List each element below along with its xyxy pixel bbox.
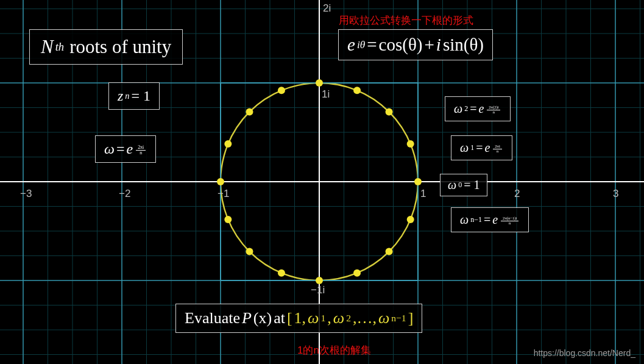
- diagram-stage: { "title_box": { "N": "N", "th": "th", "…: [0, 0, 644, 364]
- wn1-eq: =: [484, 213, 490, 227]
- eval-c2: ,…,: [353, 309, 377, 327]
- formula-omega-1: ω 1 = e 2πi n: [451, 135, 512, 160]
- omega-eq: =: [116, 141, 125, 157]
- w2-exp: 2π(2)i n: [486, 103, 501, 115]
- xtick-n3: −3: [20, 188, 32, 200]
- xtick-n1: −1: [218, 188, 229, 200]
- w0-w: ω: [448, 178, 456, 192]
- wn1-den: n: [507, 221, 512, 226]
- w2-eq: =: [470, 102, 476, 116]
- omega-den: n: [138, 151, 144, 155]
- euler-plus: +: [424, 35, 434, 55]
- svg-point-61: [316, 79, 323, 87]
- formula-omega-0: ω 0 = 1: [440, 174, 487, 196]
- svg-point-57: [414, 178, 422, 185]
- eval-lb: [: [287, 309, 292, 327]
- eval-w2: ω: [333, 309, 344, 327]
- title-th: th: [55, 40, 64, 54]
- ytick-1i: 1i: [322, 88, 330, 101]
- formula-omega-2: ω 2 = e 2π(2)i n: [445, 96, 511, 121]
- xtick-n2: −2: [119, 188, 130, 200]
- w1-den: n: [495, 149, 500, 154]
- xtick-1: 1: [420, 188, 426, 200]
- wn1-e: e: [492, 213, 498, 227]
- euler-exp: iθ: [357, 38, 365, 51]
- euler-e: e: [347, 35, 355, 55]
- eval-wn: ω: [378, 309, 389, 327]
- svg-point-59: [386, 108, 393, 115]
- eval-1: 1,: [294, 309, 306, 327]
- svg-point-67: [246, 248, 253, 255]
- svg-point-68: [278, 269, 285, 277]
- wn1-p: n−1: [470, 215, 482, 224]
- ytick-n1i: −1i: [311, 284, 325, 296]
- w1-w: ω: [460, 141, 469, 155]
- zn-eq: = 1: [132, 88, 151, 104]
- omega-exp: 2πi n: [135, 143, 147, 156]
- svg-point-72: [407, 216, 414, 223]
- zn-n: n: [125, 91, 129, 101]
- w2-p: 2: [464, 104, 468, 113]
- svg-point-71: [386, 248, 393, 255]
- ytick-2i: 2i: [323, 2, 331, 15]
- w1-e: e: [484, 141, 490, 155]
- eval-pre: Evaluate: [185, 309, 240, 327]
- euler-eq: =: [367, 35, 377, 55]
- w2-w: ω: [454, 102, 462, 116]
- svg-point-70: [353, 269, 361, 277]
- formula-zn-eq-1: z n = 1: [108, 82, 160, 110]
- svg-point-63: [246, 108, 253, 115]
- omega-e: e: [127, 141, 133, 157]
- w1-exp: 2πi n: [492, 142, 503, 154]
- formula-omega-n-1: ω n−1 = e 2π(n−1)i n: [451, 207, 529, 232]
- svg-point-62: [278, 87, 285, 94]
- omega-w: ω: [104, 141, 115, 157]
- eval-c1: ,: [327, 309, 331, 327]
- w0-p: 0: [458, 180, 462, 190]
- wn1-w: ω: [460, 213, 469, 227]
- formula-evaluate-polynomial: Evaluate P (x) at [ 1, ω 1 , ω 2 ,…, ω n…: [175, 304, 422, 333]
- wn1-exp: 2π(n−1)i n: [500, 214, 520, 226]
- eval-rb: ]: [408, 309, 414, 327]
- eval-at: at: [274, 309, 285, 327]
- title-N: N: [41, 36, 54, 58]
- eval-p2: 2: [346, 313, 351, 324]
- title-text: roots of unity: [69, 36, 171, 58]
- euler-sin: sin(θ): [443, 35, 484, 55]
- w2-den: n: [491, 110, 497, 115]
- title-roots-of-unity: N th roots of unity: [29, 29, 183, 65]
- w2-e: e: [478, 102, 484, 116]
- zn-z: z: [118, 88, 123, 104]
- watermark: https://blog.csdn.net/Nerd_: [534, 348, 635, 358]
- formula-omega-def: ω = e 2πi n: [95, 135, 156, 163]
- eval-p1: 1: [320, 313, 325, 324]
- w0-eq: = 1: [464, 178, 479, 192]
- svg-point-69: [316, 277, 323, 284]
- svg-point-65: [217, 178, 224, 185]
- euler-cos: cos(θ): [379, 35, 423, 55]
- svg-point-58: [407, 140, 414, 148]
- xtick-3: 3: [613, 188, 618, 200]
- eval-pn: n−1: [391, 313, 406, 324]
- svg-point-66: [224, 216, 232, 223]
- euler-i: i: [436, 35, 441, 55]
- w1-eq: =: [476, 141, 483, 155]
- w1-p: 1: [470, 143, 474, 152]
- eval-P: P: [242, 309, 252, 327]
- xtick-2: 2: [514, 188, 520, 200]
- svg-point-64: [224, 140, 232, 148]
- formula-euler: e iθ = cos(θ) + i sin(θ): [338, 29, 493, 60]
- note-bottom: 1的n次根的解集: [297, 343, 371, 357]
- eval-w1: ω: [308, 309, 319, 327]
- note-top: 用欧拉公式转换一下根的形式: [339, 13, 473, 27]
- svg-point-60: [353, 87, 361, 94]
- eval-x: (x): [253, 309, 272, 327]
